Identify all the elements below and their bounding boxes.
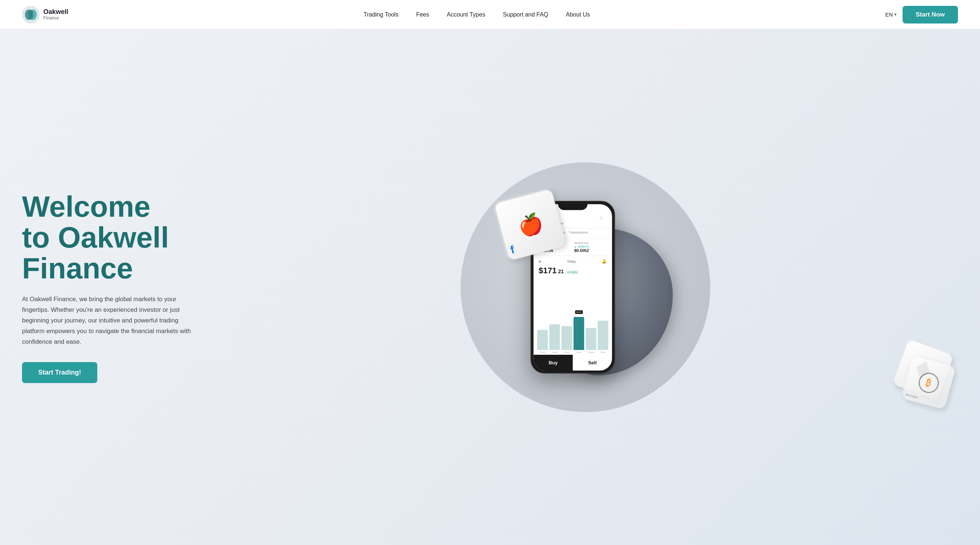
logo-text: Oakwell Finance bbox=[43, 8, 68, 21]
bitcoin-text: BITCOIN bbox=[905, 393, 918, 399]
phone-chart: 12 am3 pm6 pm$1769 pm12 pmNow bbox=[534, 278, 612, 355]
phone-main-price: $171 21 +0.58% bbox=[534, 265, 612, 278]
hero-description: At Oakwell Finance, we bring the global … bbox=[22, 294, 198, 347]
buy-button[interactable]: Buy bbox=[534, 355, 573, 371]
today-label: Today bbox=[567, 260, 576, 263]
phone-notch bbox=[558, 202, 588, 210]
star-icon: ☆ bbox=[599, 215, 603, 221]
nav-item-fees[interactable]: Fees bbox=[416, 11, 430, 18]
chart-bar-group: 12 am bbox=[537, 330, 548, 353]
hero-right: 🍎 f Solana SOL · Active ☆ Overview bbox=[213, 159, 958, 416]
chart-bar bbox=[549, 324, 560, 350]
facebook-icon: f bbox=[509, 243, 516, 256]
svg-point-3 bbox=[28, 10, 33, 20]
bar-label: 12 am bbox=[539, 351, 546, 353]
chart-bar bbox=[598, 320, 609, 350]
bar-label: Now bbox=[601, 351, 605, 353]
chart-bar bbox=[586, 328, 597, 350]
brand-name: Oakwell bbox=[43, 8, 68, 16]
chart-bar bbox=[562, 326, 572, 350]
start-trading-button[interactable]: Start Trading! bbox=[22, 362, 97, 383]
nav-item-about-us[interactable]: About Us bbox=[566, 11, 590, 18]
chart-bar-group: 12 pm bbox=[586, 328, 597, 353]
navbar: Oakwell Finance Trading Tools Fees Accou… bbox=[0, 0, 980, 29]
menu-icon: ≡ bbox=[539, 259, 541, 264]
nav-item-trading-tools[interactable]: Trading Tools bbox=[364, 11, 399, 18]
bitcoin-icon: ₿ bbox=[925, 376, 933, 389]
phone-bottom: Buy Sell bbox=[534, 355, 612, 371]
main-price-cents: 21 bbox=[558, 268, 564, 274]
chart-bar-group: 3 pm bbox=[549, 324, 560, 353]
hero-section: Welcome to Oakwell Finance At Oakwell Fi… bbox=[0, 29, 980, 545]
nav-right: EN ▾ Start Now bbox=[885, 6, 958, 24]
chart-bar bbox=[537, 330, 548, 350]
nav-item-support-faq[interactable]: Support and FAQ bbox=[503, 11, 548, 18]
tab-transactions[interactable]: Transactions bbox=[569, 231, 588, 236]
apple-icon: 🍎 bbox=[515, 210, 545, 239]
phone-price-section: ≡ Today 🔔 bbox=[534, 256, 612, 265]
language-selector[interactable]: EN ▾ bbox=[885, 11, 897, 18]
bar-label: 3 pm bbox=[552, 351, 557, 353]
nav-links: Trading Tools Fees Account Types Support… bbox=[364, 11, 590, 18]
nav-item-account-types[interactable]: Account Types bbox=[447, 11, 485, 18]
stat-atl: All-time low ▲ 33838.9% $0.5052 bbox=[574, 241, 607, 253]
sell-button[interactable]: Sell bbox=[573, 355, 612, 371]
chart-bar-group: Now bbox=[598, 320, 609, 353]
bar-label: 9 pm bbox=[576, 351, 581, 353]
bar-tooltip: $176 bbox=[575, 310, 582, 314]
price-change-badge: +0.58% bbox=[565, 270, 579, 275]
bell-icon: 🔔 bbox=[601, 259, 607, 264]
brand-sub: Finance bbox=[43, 16, 68, 21]
chart-bar-group: 6 pm bbox=[562, 326, 572, 353]
chart-bar-group: $1769 pm bbox=[574, 317, 584, 353]
chevron-down-icon: ▾ bbox=[894, 12, 897, 17]
chart-bar: $176 bbox=[574, 317, 584, 350]
hero-title: Welcome to Oakwell Finance bbox=[22, 191, 213, 284]
main-price-value: $171 bbox=[539, 266, 557, 276]
logo-link[interactable]: Oakwell Finance bbox=[22, 6, 68, 24]
start-now-button[interactable]: Start Now bbox=[902, 6, 958, 24]
bars-container: 12 am3 pm6 pm$1769 pm12 pmNow bbox=[537, 317, 609, 353]
lang-label: EN bbox=[885, 11, 893, 18]
logo-icon bbox=[22, 6, 40, 24]
bar-label: 6 pm bbox=[564, 351, 569, 353]
bar-label: 12 pm bbox=[588, 351, 594, 353]
hero-left: Welcome to Oakwell Finance At Oakwell Fi… bbox=[22, 191, 213, 382]
